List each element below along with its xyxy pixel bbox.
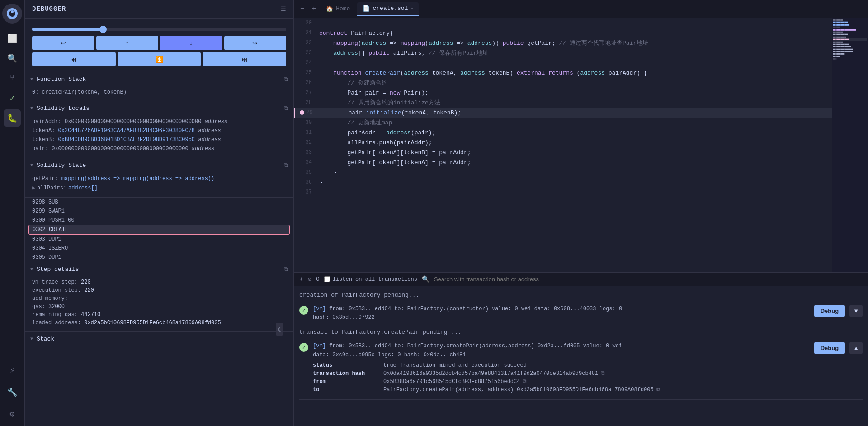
linecode-33: getPair[tokenA][tokenB] = pairAddr;	[319, 149, 828, 156]
tx-2-data: data: 0xc9c...c095c logs: 0 hash: 0x0da.…	[313, 351, 810, 360]
controls-row1: ↩ ↑ ↓ ↪	[32, 36, 286, 50]
linenum-36: 36	[305, 179, 319, 185]
tx-2-details: status true Transaction mined and execut…	[299, 362, 863, 393]
linecode-30: // 更新地址map	[319, 118, 828, 127]
linenum-23: 23	[305, 50, 319, 56]
to-row: to PairFactory.createPair(address, addre…	[313, 387, 863, 393]
plugin-icon[interactable]: ⚡	[4, 362, 21, 379]
slider-area: ↩ ↑ ↓ ↪ ⏮ ⏫ ⏭	[25, 22, 293, 72]
vm-trace-step: vm trace step: 220	[32, 278, 286, 286]
console-search-input[interactable]	[434, 276, 863, 283]
tx-2-expand-btn[interactable]: ▲	[849, 342, 863, 354]
opcode-0300-PUSH1[interactable]: 0300 PUSH1 00	[28, 216, 290, 225]
jump-start-button[interactable]: ⏮	[32, 52, 116, 66]
linenum-26: 26	[305, 80, 319, 86]
code-line-34: 34 getPair[tokenB][tokenA] = pairAddr;	[294, 157, 832, 167]
step-over-back-button[interactable]: ↑	[96, 36, 159, 50]
step-back-button[interactable]: ↩	[32, 36, 94, 50]
zoom-in-btn[interactable]: +	[309, 3, 319, 15]
listen-all-transactions[interactable]: listen on all transactions	[324, 276, 417, 283]
tx-1-expand-btn[interactable]: ▼	[849, 305, 863, 317]
tab-create-sol[interactable]: 📄 create.sol ✕	[357, 2, 419, 16]
code-editor[interactable]: 20 21 contract PairFactory{ 22 mapping(a…	[294, 18, 832, 272]
tab-home[interactable]: 🏠 Home	[321, 3, 355, 15]
step-over-button[interactable]: ↓	[160, 36, 222, 50]
solidity-state-header[interactable]: ▼ Solidity State ⧉	[25, 158, 293, 172]
function-stack-arrow: ▼	[30, 77, 33, 82]
code-line-32: 32 allPairs.push(pairAddr);	[294, 137, 832, 147]
stack-header[interactable]: ▼ Stack	[25, 332, 293, 346]
check-circle-icon[interactable]: ✓	[4, 90, 21, 107]
code-line-22: 22 mapping(address => mapping(address =>…	[294, 38, 832, 48]
opcode-0298-SUB[interactable]: 0298 SUB	[28, 198, 290, 207]
linecode-29: pair.initialize(tokenA, tokenB);	[320, 109, 828, 116]
settings-icon[interactable]: ⚙	[4, 405, 21, 422]
progress-thumb[interactable]	[99, 26, 107, 33]
editor-container: 20 21 contract PairFactory{ 22 mapping(a…	[294, 18, 868, 272]
breakpoint-dot-29[interactable]	[300, 110, 304, 115]
debug-active-icon[interactable]: 🐛	[4, 109, 21, 127]
code-line-26: 26 // 创建新合约	[294, 78, 832, 88]
tx-hash-label: transaction hash	[313, 370, 376, 377]
tx-2-success-icon: ✓	[299, 343, 308, 352]
step-details-title: Step details	[37, 266, 280, 273]
from-row: from 0x5B38Da6a701c568545dCfcB03FcB875f5…	[313, 379, 863, 385]
step-details-copy-icon[interactable]: ⧉	[284, 266, 288, 273]
loaded-address: loaded address: 0xd2a5bC10698FD955D1Fe6c…	[32, 319, 286, 327]
solidity-locals-header[interactable]: ▼ Solidity Locals ⧉	[25, 101, 293, 115]
tx-hash-copy-icon[interactable]: ⧉	[601, 370, 605, 377]
state-getPair: getPair: mapping(address => mapping(addr…	[32, 174, 286, 183]
solidity-state-copy-icon[interactable]: ⧉	[284, 162, 288, 169]
debugger-title: DEBUGGER	[32, 5, 66, 13]
opcode-0305-DUP1[interactable]: 0305 DUP1	[28, 253, 290, 262]
wrench-icon[interactable]: 🔧	[4, 383, 21, 401]
console-count: 0	[316, 276, 320, 283]
to-copy-icon[interactable]: ⧉	[656, 387, 660, 393]
files-icon[interactable]: ⬜	[4, 30, 21, 47]
zoom-out-btn[interactable]: −	[297, 3, 307, 15]
svg-point-2	[11, 10, 14, 13]
function-stack-copy-icon[interactable]: ⧉	[284, 76, 288, 83]
console-toolbar: ⬇ ⊘ 0 listen on all transactions 🔍	[294, 273, 868, 286]
source-control-icon[interactable]: ⑂	[4, 70, 21, 87]
from-value: 0x5B38Da6a701c568545dCfcB03FcB875f56bedd…	[383, 379, 527, 385]
linecode-27: Pair pair = new Pair();	[319, 90, 828, 96]
function-stack-header[interactable]: ▼ Function Stack ⧉	[25, 72, 293, 86]
tx-hash-value: 0x0da4198616a9335d2dcb4cd57ba49e8843317a…	[383, 370, 605, 377]
opcode-0303-DUP1[interactable]: 0303 DUP1	[28, 235, 290, 244]
tab-close-icon[interactable]: ✕	[410, 6, 413, 11]
linenum-24: 24	[305, 60, 319, 66]
code-line-33: 33 getPair[tokenA][tokenB] = pairAddr;	[294, 147, 832, 157]
listen-label: listen on all transactions	[333, 276, 417, 283]
pending-create-pair: transact to PairFactory.createPair pendi…	[299, 327, 863, 337]
tx-item-2: ✓ [vm] from: 0x5B3...eddC4 to: PairFacto…	[299, 337, 863, 399]
debugger-menu-icon[interactable]: ☰	[281, 5, 286, 13]
console-clear-icon[interactable]: ⊘	[307, 275, 311, 283]
jump-breakpoint-button[interactable]: ⏫	[118, 52, 201, 66]
debug-btn-1[interactable]: Debug	[814, 305, 845, 317]
step-details-header[interactable]: ▼ Step details ⧉	[25, 262, 293, 276]
function-stack-title: Function Stack	[37, 76, 280, 83]
from-copy-icon[interactable]: ⧉	[523, 379, 527, 385]
step-forward-button[interactable]: ↪	[224, 36, 287, 50]
debug-btn-2[interactable]: Debug	[814, 342, 845, 354]
state-allPairs: ▶ allPairs: address[]	[32, 183, 286, 193]
linecode-25: function createPair(address tokenA, addr…	[319, 70, 828, 76]
solidity-locals-copy-icon[interactable]: ⧉	[284, 105, 288, 112]
console-expand-icon[interactable]: ⬇	[299, 275, 303, 283]
listen-checkbox[interactable]	[324, 276, 330, 282]
logo-icon[interactable]	[2, 4, 22, 24]
linenum-22: 22	[305, 40, 319, 46]
opcode-0302-CREATE[interactable]: 0302 CREATE	[28, 225, 290, 235]
solidity-state-body: getPair: mapping(address => mapping(addr…	[25, 172, 293, 197]
search-icon[interactable]: 🔍	[4, 50, 21, 67]
code-line-21: 21 contract PairFactory{	[294, 28, 832, 38]
progress-track[interactable]	[32, 28, 286, 31]
tx-2-header: ✓ [vm] from: 0x5B3...eddC4 to: PairFacto…	[299, 342, 863, 359]
linenum-29: 29	[306, 109, 320, 116]
opcode-0304-ISZERO[interactable]: 0304 ISZERO	[28, 244, 290, 253]
opcode-0299-SWAP1[interactable]: 0299 SWAP1	[28, 207, 290, 216]
jump-end-button[interactable]: ⏭	[203, 52, 286, 66]
tx-hash-row: transaction hash 0x0da4198616a9335d2dcb4…	[313, 370, 863, 377]
tx-2-summary: [vm] from: 0x5B3...eddC4 to: PairFactory…	[313, 342, 810, 350]
